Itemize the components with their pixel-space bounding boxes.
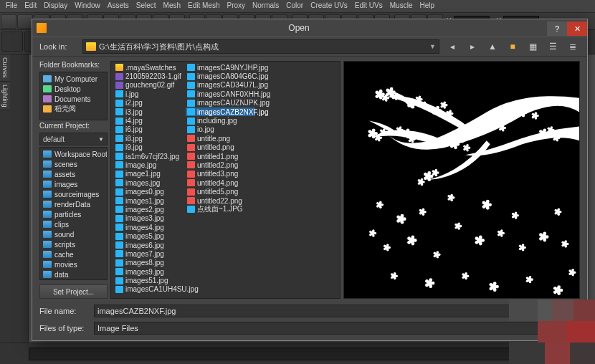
project-folder-item[interactable]: sound — [40, 229, 107, 239]
project-tree[interactable]: Workspace Rootscenesassetsimagessourceim… — [39, 147, 108, 280]
file-list-pane[interactable]: .mayaSwatches2100592203-1.gifgoucheng02.… — [110, 61, 341, 299]
file-item[interactable]: images2.jpg — [114, 205, 180, 214]
file-item[interactable]: imagesCAD34U7L.jpg — [186, 81, 255, 90]
host-menu-item[interactable]: Color — [286, 1, 303, 11]
file-item[interactable]: images8.jpg — [114, 259, 180, 267]
new-folder-button[interactable]: ■ — [505, 40, 520, 53]
bookmark-item[interactable]: 稻壳阅 — [40, 104, 107, 114]
nav-forward-button[interactable]: ▸ — [465, 40, 480, 53]
project-folder-item[interactable]: renderData — [40, 199, 107, 209]
dialog-titlebar[interactable]: Open ? ✕ — [32, 19, 587, 37]
file-item[interactable]: i2.jpg — [114, 99, 180, 107]
file-item[interactable]: including.jpg — [186, 116, 255, 125]
close-button[interactable]: ✕ — [567, 21, 587, 36]
host-menu-item[interactable]: Create UVs — [310, 1, 348, 11]
project-folder-item[interactable]: Workspace Root — [40, 149, 107, 159]
file-item[interactable]: 2100592203-1.gif — [114, 72, 180, 80]
file-item[interactable]: images6.jpg — [114, 241, 180, 249]
file-item[interactable]: untitled2.png — [186, 161, 255, 169]
host-menu-item[interactable]: Proxy — [227, 1, 245, 11]
project-folder-item[interactable]: cache — [40, 249, 107, 259]
host-menu-item[interactable]: Muscle — [390, 1, 413, 11]
file-item[interactable]: image.jpg — [114, 161, 180, 169]
file-item[interactable]: imagesCA804G6C.jpg — [186, 72, 255, 80]
file-item[interactable]: image1.jpg — [114, 170, 180, 178]
host-menu-item[interactable]: Window — [75, 1, 100, 11]
project-folder-item[interactable]: clips — [40, 219, 107, 229]
file-item[interactable]: i3.jpg — [114, 107, 180, 116]
file-item[interactable]: images3.jpg — [114, 214, 180, 223]
project-folder-item[interactable]: sourceimages — [40, 189, 107, 199]
host-menu-item[interactable]: Mesh — [163, 1, 181, 11]
file-item[interactable]: i9.jpg — [114, 143, 180, 152]
host-left-tab[interactable]: Lighting — [0, 82, 10, 111]
file-item[interactable]: images7.jpg — [114, 249, 180, 258]
file-item[interactable]: io.jpg — [186, 125, 255, 134]
host-menu-item[interactable]: Normals — [252, 1, 279, 11]
file-item[interactable]: i6.jpg — [114, 125, 180, 134]
file-item[interactable]: i.jpg — [114, 90, 180, 98]
host-menu-item[interactable]: Help — [419, 1, 434, 11]
file-item[interactable]: images.jpg — [114, 178, 180, 187]
file-item[interactable]: imagesCA9NYJHP.jpg — [186, 63, 255, 72]
host-menu-item[interactable]: Edit — [24, 1, 37, 11]
bookmark-item[interactable]: Desktop — [40, 84, 107, 94]
bookmark-item[interactable]: My Computer — [40, 74, 107, 84]
file-item[interactable]: images1.jpg — [114, 196, 180, 205]
host-menu-item[interactable]: File — [6, 1, 17, 11]
host-menu-item[interactable]: Display — [44, 1, 67, 11]
nav-up-button[interactable]: ▲ — [485, 40, 500, 53]
file-item[interactable]: untitle.png — [186, 134, 255, 143]
host-tool-button[interactable] — [1, 14, 16, 29]
host-menu-item[interactable]: Edit UVs — [355, 1, 383, 11]
view-icons-button[interactable]: ▦ — [525, 40, 540, 53]
nav-back-button[interactable]: ◂ — [445, 40, 460, 53]
host-shelf-button[interactable] — [1, 32, 23, 52]
project-folder-item[interactable]: movies — [40, 259, 107, 269]
bookmark-list[interactable]: My ComputerDesktopDocuments稻壳阅 — [39, 72, 108, 120]
file-item[interactable]: imagesCA1UH4SU.jpg — [114, 285, 180, 294]
file-item[interactable]: untitled1.png — [186, 152, 255, 161]
file-name-input[interactable]: imagesCAZB2NXF.jpg — [94, 305, 580, 317]
file-item[interactable]: untitled4.png — [186, 178, 255, 187]
file-item[interactable]: i4.jpg — [114, 116, 180, 125]
file-item[interactable]: images5.jpg — [114, 231, 180, 240]
host-script-line[interactable] — [29, 348, 595, 360]
path-combo[interactable]: G:\生活百科\学习资料\图片\点构成 ▼ — [82, 39, 439, 54]
host-menu-item[interactable]: Edit Mesh — [188, 1, 219, 11]
file-item[interactable]: ia1m6v7cjf23.jpg — [114, 152, 180, 161]
file-item[interactable]: images0.jpg — [114, 187, 180, 196]
file-item[interactable]: .mayaSwatches — [114, 63, 180, 72]
file-item[interactable]: imagesCAZB2NXF.jpg — [186, 107, 255, 116]
project-select[interactable]: default ▼ — [39, 133, 108, 145]
file-item[interactable]: images9.jpg — [114, 267, 180, 276]
project-folder-item[interactable]: images — [40, 179, 107, 189]
files-of-type-select[interactable]: Image Files ▼ — [94, 322, 580, 335]
bookmark-item[interactable]: Documents — [40, 94, 107, 104]
file-item[interactable]: images4.jpg — [114, 223, 180, 231]
project-folder-item[interactable]: scenes — [40, 159, 107, 169]
file-item[interactable]: images51.jpg — [114, 276, 180, 284]
file-item[interactable]: untitled5.png — [186, 187, 255, 196]
file-item[interactable]: untitled22.png — [186, 196, 255, 205]
chevron-down-icon[interactable]: ▼ — [429, 43, 436, 50]
file-item[interactable]: imagesCANF0XHH.jpg — [186, 90, 255, 98]
help-button[interactable]: ? — [547, 21, 567, 36]
project-folder-item[interactable]: data — [40, 269, 107, 279]
file-item[interactable]: 点线面~1.JPG — [186, 205, 255, 214]
host-left-tab[interactable]: Curves — [0, 54, 10, 82]
file-item[interactable]: untitled3.png — [186, 170, 255, 178]
project-folder-item[interactable]: autosave — [40, 279, 107, 280]
project-folder-item[interactable]: assets — [40, 169, 107, 179]
view-details-button[interactable]: ≣ — [566, 40, 580, 53]
file-item[interactable]: goucheng02.gif — [114, 81, 180, 90]
project-folder-item[interactable]: scripts — [40, 239, 107, 249]
host-tool-button[interactable] — [17, 14, 33, 29]
set-project-button[interactable]: Set Project... — [39, 284, 108, 299]
file-item[interactable]: i8.jpg — [114, 134, 180, 143]
project-folder-item[interactable]: particles — [40, 209, 107, 219]
host-menu-item[interactable]: Assets — [108, 1, 129, 11]
file-item[interactable]: imagesCAUZNJPK.jpg — [186, 99, 255, 107]
host-menu-item[interactable]: Select — [136, 1, 156, 11]
file-item[interactable]: untitled.png — [186, 143, 255, 152]
